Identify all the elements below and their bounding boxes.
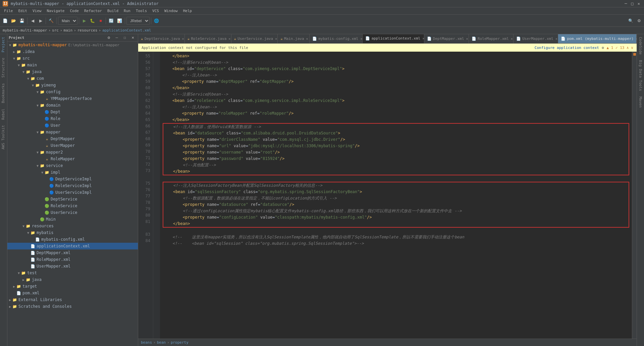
sidebar-expand-btn[interactable]: □ (121, 34, 128, 42)
translate-btn[interactable]: 🌐 (153, 16, 160, 25)
configure-context-icon[interactable]: ⚙ (602, 46, 604, 50)
jrebel-selector[interactable]: JRebel (126, 17, 150, 25)
menu-build[interactable]: Build (105, 8, 121, 14)
tree-userserviceimpl[interactable]: ▶ 🔵 UserServiceImpl (7, 189, 138, 196)
menu-view[interactable]: View (30, 8, 44, 14)
tab-usermapper[interactable]: 📄 UserMapper.xml ✕ (514, 34, 558, 44)
sidebar-collapse-btn[interactable]: ─ (113, 34, 120, 42)
editor-breadcrumb-beans[interactable]: beans (141, 340, 152, 345)
tree-yimeng[interactable]: ▼ 📁 yimeng (7, 82, 138, 89)
tree-service[interactable]: ▼ 📁 service (7, 162, 138, 169)
tree-main-class[interactable]: ▶ 🟢 Main (7, 216, 138, 223)
tree-main[interactable]: ▼ 📁 main (7, 62, 138, 68)
tree-deptmapper-xml[interactable]: ▶ 📄 DeptMapper.xml (7, 249, 138, 256)
structure-panel-btn[interactable]: Structure (0, 55, 7, 80)
tree-mapper2[interactable]: ▼ 📁 mapper2 (7, 149, 138, 156)
tree-deptserviceimpl[interactable]: ▶ 🔵 DeptServiceImpl (7, 176, 138, 182)
close-btn[interactable]: ✕ (636, 1, 641, 6)
settings-btn[interactable]: ⚙ (635, 16, 643, 25)
tab-close-usermapper[interactable]: ✕ (555, 37, 557, 41)
tree-usermapper-xml[interactable]: ▶ 📄 UserMapper.xml (7, 263, 138, 270)
tree-role-class[interactable]: ▶ 🔵 Role (7, 115, 138, 122)
tab-close-deptmapper[interactable]: ✕ (466, 37, 468, 41)
new-file-btn[interactable]: 📄 (1, 16, 9, 25)
tree-pom-xml[interactable]: ▶ 📄 pom.xml (7, 290, 138, 296)
tree-src[interactable]: ▼ 📁 src (7, 55, 138, 62)
tab-close-roleservice[interactable]: ✕ (228, 37, 230, 41)
tab-roleservice[interactable]: ☕ RoleService.java ✕ (185, 34, 231, 44)
aws-toolkit-btn[interactable]: AWS Toolkit (0, 122, 7, 152)
maximize-btn[interactable]: □ (630, 1, 635, 6)
menu-navigate[interactable]: Navigate (44, 8, 67, 14)
branch-selector[interactable]: Main (58, 17, 77, 25)
tab-close-rolemapper[interactable]: ✕ (511, 37, 513, 41)
menu-refactor[interactable]: Refactor (82, 8, 105, 14)
tree-target[interactable]: ▶ 📁 target (7, 283, 138, 290)
stop-btn[interactable]: ■ (97, 16, 104, 25)
breadcrumb-resources[interactable]: resources (77, 28, 98, 33)
tree-test[interactable]: ▼ 📁 test (7, 270, 138, 276)
forward-btn[interactable]: ▶ (37, 16, 44, 25)
tree-resources[interactable]: ▼ 📁 resources (7, 223, 138, 229)
breadcrumb-project[interactable]: mybatis-multi-mapper (3, 28, 47, 33)
tree-mapper[interactable]: ▼ 📁 mapper (7, 129, 138, 135)
update-btn[interactable]: 🔄 (107, 16, 115, 25)
breadcrumb-file[interactable]: applicationContext.xml (102, 28, 151, 33)
open-btn[interactable]: 📂 (10, 16, 17, 25)
save-btn[interactable]: 💾 (18, 16, 26, 25)
configure-context-link[interactable]: Configure application context (535, 46, 599, 50)
back-btn[interactable]: ◀ (29, 16, 36, 25)
tree-mybatis-folder[interactable]: ▼ 📁 mybatis (7, 229, 138, 236)
search-btn[interactable]: 🔍 (627, 16, 635, 25)
tab-main[interactable]: ☕ Main.java ✕ (278, 34, 310, 44)
menu-help[interactable]: Help (180, 8, 195, 14)
tab-close-userservice[interactable]: ✕ (275, 37, 277, 41)
tree-impl[interactable]: ▼ 📁 impl (7, 169, 138, 176)
tree-deptservice[interactable]: ▶ 🟢 DeptService (7, 196, 138, 203)
tree-domain[interactable]: ▼ 📁 domain (7, 102, 138, 109)
breadcrumb-main[interactable]: main (64, 28, 73, 33)
tab-rolemapper[interactable]: 📄 RoleMapper.xml ✕ (469, 34, 514, 44)
editor-breadcrumb-bean[interactable]: bean (157, 340, 166, 345)
tree-applicationcontext[interactable]: ▶ 📄 applicationContext.xml (7, 243, 138, 249)
run-btn[interactable]: ▶ (80, 16, 88, 25)
window-controls[interactable]: ─ □ ✕ (623, 1, 641, 6)
tab-pom[interactable]: 📄 pom.xml (mybatis-multi-mapper) ✕ (558, 34, 637, 44)
tree-user-class[interactable]: ▶ 🔵 User (7, 122, 138, 129)
tab-close-mybatis-config[interactable]: ✕ (360, 37, 362, 41)
tree-test-java[interactable]: ▶ 📁 java (7, 276, 138, 283)
tab-deptmapper[interactable]: 📄 DeptMapper.xml ✕ (424, 34, 469, 44)
editor-breadcrumb-property[interactable]: property (171, 340, 189, 345)
tree-roleservice[interactable]: ▶ 🟢 RoleService (7, 203, 138, 209)
tab-close-deptservice[interactable]: ✕ (182, 37, 184, 41)
menu-code[interactable]: Code (67, 8, 82, 14)
tab-applicationcontext[interactable]: 📄 applicationContext.xml ✕ (363, 34, 424, 44)
tree-project-root[interactable]: ▼ 📁 mybatis-multi-mapper E:\mybatis-mult… (7, 42, 138, 48)
tab-userservice[interactable]: ☕ UserService.java ✕ (231, 34, 278, 44)
coverage-btn[interactable]: 📊 (116, 16, 123, 25)
code-content[interactable]: </bean> <!--注册Service的bean--> <bean id="… (160, 52, 632, 339)
breadcrumb-src[interactable]: src (52, 28, 59, 33)
menu-window[interactable]: Window (162, 8, 180, 14)
tab-close-main[interactable]: ✕ (306, 37, 308, 41)
tree-config[interactable]: ▼ 📁 config (7, 89, 138, 95)
minimize-btn[interactable]: ─ (623, 1, 628, 6)
menu-tools[interactable]: Tools (133, 8, 150, 14)
tree-mybatis-config[interactable]: ▶ 📄 mybatis-config.xml (7, 236, 138, 243)
menu-run[interactable]: Run (121, 8, 133, 14)
sidebar-gear-btn[interactable]: ⚙ (105, 34, 112, 42)
tab-deptservice[interactable]: ☕ DeptService.java ✕ (138, 34, 185, 44)
code-editor[interactable]: 5556575859 6061626364 6566676869 7071727… (138, 52, 637, 339)
tree-com[interactable]: ▼ 📁 com (7, 75, 138, 82)
tree-rolemapper[interactable]: ▶ ☕ RoleMapper (7, 156, 138, 162)
tree-java[interactable]: ▼ 📁 java (7, 68, 138, 75)
tree-ymmapperinterface[interactable]: ▶ ☕ YMMapperInterface (7, 95, 138, 102)
tab-close-pom[interactable]: ✕ (636, 37, 637, 41)
bigdata-panel-btn[interactable]: Big Data Tools (637, 57, 644, 94)
tree-deptmapper[interactable]: ▶ ☕ DeptMapper (7, 135, 138, 142)
bookmarks-panel-btn[interactable]: Bookmarks (0, 80, 7, 106)
tree-external-libs[interactable]: ▶ 📁 External Libraries (7, 296, 138, 303)
tree-userservice[interactable]: ▶ 🟢 UserService (7, 209, 138, 216)
tree-dept-class[interactable]: ▶ 🔵 Dept (7, 109, 138, 115)
menu-edit[interactable]: Edit (16, 8, 30, 14)
